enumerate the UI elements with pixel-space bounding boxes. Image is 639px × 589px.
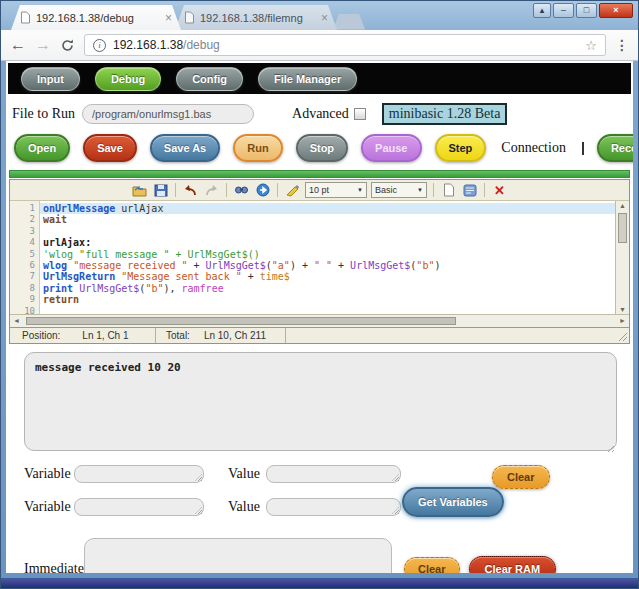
browser-menu-icon[interactable]: ⋮ bbox=[615, 37, 629, 53]
clear-immediate-button[interactable]: Clear bbox=[404, 557, 460, 573]
editor-horizontal-scrollbar[interactable]: ◄ ► bbox=[10, 314, 629, 327]
word-wrap-icon[interactable] bbox=[461, 182, 478, 198]
value-input-1[interactable] bbox=[266, 465, 401, 483]
minimize-button[interactable]: – bbox=[553, 3, 574, 18]
code-line bbox=[40, 226, 615, 237]
file-to-run-label: File to Run bbox=[12, 106, 75, 122]
advanced-label: Advanced bbox=[292, 106, 349, 122]
page-favicon-icon bbox=[20, 11, 31, 24]
code-line: urlAjax: bbox=[40, 237, 615, 248]
run-button[interactable]: Run bbox=[233, 134, 282, 162]
syntax-highlight-icon[interactable] bbox=[284, 182, 301, 198]
tab-filemng[interactable]: 192.168.1.38/filemng × bbox=[175, 5, 337, 30]
forward-icon[interactable]: → bbox=[35, 37, 51, 53]
new-tab-button[interactable] bbox=[333, 14, 365, 30]
tab-title: 192.168.1.38/filemng bbox=[200, 12, 316, 24]
get-variables-button[interactable]: Get Variables bbox=[402, 487, 504, 517]
close-button[interactable]: × bbox=[599, 3, 633, 18]
tab-close-icon[interactable]: × bbox=[321, 11, 328, 25]
step-button[interactable]: Step bbox=[435, 134, 487, 162]
position-cell: Position: Ln 1, Ch 1 bbox=[10, 328, 156, 343]
code-line: print UrlMsgGet$("b"), ramfree bbox=[40, 283, 615, 294]
open-file-icon[interactable] bbox=[131, 182, 148, 198]
app-nav-bar: Input Debug Config File Manager bbox=[8, 63, 631, 94]
line-number: 7 bbox=[10, 271, 35, 282]
refresh-icon[interactable] bbox=[60, 38, 75, 53]
clear-ram-button[interactable]: Clear RAM bbox=[469, 556, 557, 573]
save-as-button[interactable]: Save As bbox=[150, 134, 220, 162]
save-button[interactable]: Save bbox=[83, 134, 137, 162]
line-number: 9 bbox=[10, 294, 35, 305]
syntax-select[interactable]: Basic ▼ bbox=[371, 182, 427, 198]
page-favicon-icon bbox=[184, 11, 195, 24]
code-line: UrlMsgReturn "Message sent back " + time… bbox=[40, 271, 615, 282]
value-field-wrap bbox=[266, 465, 401, 483]
connection-status-indicator bbox=[582, 142, 584, 155]
total-cell: Total: Ln 10, Ch 211 bbox=[156, 328, 286, 343]
reconnect-button[interactable]: Reconnect bbox=[597, 134, 633, 162]
go-to-line-icon[interactable] bbox=[254, 182, 271, 198]
window-extra-button[interactable]: ▴ bbox=[533, 3, 551, 18]
code-line: 'wlog "full message " + UrlMsgGet$() bbox=[40, 249, 615, 260]
nav-file-manager-button[interactable]: File Manager bbox=[258, 67, 357, 91]
line-number: 2 bbox=[10, 214, 35, 225]
scroll-left-icon[interactable]: ◄ bbox=[13, 317, 20, 324]
variable-input-2[interactable] bbox=[74, 498, 204, 516]
variable-input-1[interactable] bbox=[74, 465, 204, 483]
toolbar-separator bbox=[433, 183, 434, 197]
nav-config-button[interactable]: Config bbox=[176, 67, 243, 91]
redo-icon[interactable] bbox=[203, 182, 220, 198]
nav-input-button[interactable]: Input bbox=[21, 67, 80, 91]
save-file-icon[interactable] bbox=[152, 182, 169, 198]
editor-vertical-scrollbar[interactable]: ▲ ▼ bbox=[615, 201, 629, 314]
open-button[interactable]: Open bbox=[14, 134, 70, 162]
immediate-input[interactable] bbox=[84, 538, 392, 573]
code-editor: 10 pt ▼ Basic ▼ ✕ 12345678910 onUrlMessa… bbox=[9, 179, 630, 344]
stop-button[interactable]: Stop bbox=[296, 134, 348, 162]
maximize-button[interactable]: □ bbox=[576, 3, 597, 18]
code-line: return bbox=[40, 294, 615, 305]
search-icon[interactable] bbox=[233, 182, 250, 198]
clear-variables-button[interactable]: Clear bbox=[492, 465, 550, 489]
scroll-down-icon[interactable]: ▼ bbox=[616, 306, 629, 313]
editor-toolbar: 10 pt ▼ Basic ▼ ✕ bbox=[10, 180, 629, 201]
tab-close-icon[interactable]: × bbox=[165, 11, 172, 25]
value-input-2[interactable] bbox=[266, 498, 401, 516]
file-to-run-input[interactable] bbox=[82, 104, 254, 124]
address-bar[interactable]: i 192.168.1.38/debug ☆ bbox=[84, 34, 606, 56]
output-console[interactable]: message received 10 20 bbox=[24, 352, 617, 451]
code-lines[interactable]: onUrlMessage urlAjaxwaiturlAjax:'wlog "f… bbox=[40, 201, 615, 314]
scroll-right-icon[interactable]: ► bbox=[619, 317, 626, 324]
position-value: Ln 1, Ch 1 bbox=[82, 330, 128, 341]
toolbar-separator bbox=[484, 183, 485, 197]
immediate-label: Immediate bbox=[24, 561, 84, 573]
window-bottom-border bbox=[1, 578, 638, 588]
code-line: wait bbox=[40, 214, 615, 225]
bookmark-star-icon[interactable]: ☆ bbox=[585, 38, 597, 53]
vertical-scroll-thumb[interactable] bbox=[618, 213, 627, 243]
progress-bar bbox=[9, 170, 630, 178]
url-text: 192.168.1.38/debug bbox=[113, 38, 220, 52]
undo-icon[interactable] bbox=[182, 182, 199, 198]
browser-toolbar: ← → i 192.168.1.38/debug ☆ ⋮ bbox=[1, 30, 638, 61]
tab-debug[interactable]: 192.168.1.38/debug × bbox=[11, 5, 181, 30]
window-controls: ▴ – □ × bbox=[533, 3, 633, 18]
browser-window: 192.168.1.38/debug × 192.168.1.38/filemn… bbox=[0, 0, 639, 589]
site-info-icon[interactable]: i bbox=[93, 39, 106, 52]
advanced-checkbox[interactable] bbox=[354, 108, 366, 120]
font-size-select[interactable]: 10 pt ▼ bbox=[305, 182, 367, 198]
variable-label: Variable bbox=[24, 499, 74, 515]
new-document-icon[interactable] bbox=[440, 182, 457, 198]
nav-debug-button[interactable]: Debug bbox=[95, 67, 161, 91]
value-label: Value bbox=[228, 499, 266, 515]
close-editor-icon[interactable]: ✕ bbox=[491, 182, 508, 198]
tab-title: 192.168.1.38/debug bbox=[36, 12, 160, 24]
line-number: 1 bbox=[10, 203, 35, 214]
horizontal-scroll-thumb[interactable] bbox=[26, 317, 456, 325]
toolbar-separator bbox=[175, 183, 176, 197]
back-icon[interactable]: ← bbox=[10, 37, 26, 53]
variable-label: Variable bbox=[24, 466, 74, 482]
editor-resize-grip[interactable] bbox=[617, 331, 627, 341]
pause-button[interactable]: Pause bbox=[361, 134, 421, 162]
scroll-up-icon[interactable]: ▲ bbox=[616, 202, 629, 209]
